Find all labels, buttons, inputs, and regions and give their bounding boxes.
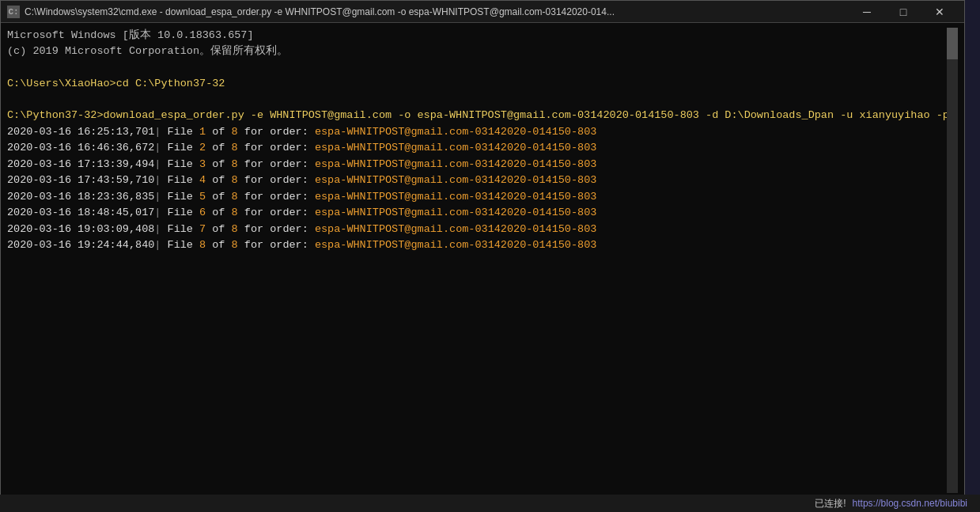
log-timestamp: 2020-03-16 16:25:13,701 [7, 124, 154, 141]
log-line: 2020-03-16 18:48:45,017| File 6 of 8 for… [7, 205, 947, 222]
log-line: 2020-03-16 18:23:36,835| File 5 of 8 for… [7, 189, 947, 206]
log-timestamp: 2020-03-16 17:43:59,710 [7, 173, 154, 189]
log-line: 2020-03-16 19:03:09,408| File 7 of 8 for… [7, 222, 947, 238]
log-timestamp: 2020-03-16 19:24:44,840 [7, 237, 154, 254]
log-message: File 3 of 8 for order: espa-WHNITPOST@gm… [168, 157, 597, 173]
terminal-content: Microsoft Windows [版本 10.0.18363.657](c)… [7, 28, 947, 493]
log-separator: | [154, 237, 167, 254]
cmd-window: C: C:\Windows\system32\cmd.exe - downloa… [0, 0, 965, 499]
log-timestamp: 2020-03-16 16:46:36,672 [7, 140, 154, 157]
log-message: File 8 of 8 for order: espa-WHNITPOST@gm… [168, 237, 597, 254]
log-line: 2020-03-16 17:43:59,710| File 4 of 8 for… [7, 173, 947, 189]
log-separator: | [154, 189, 167, 206]
log-line: 2020-03-16 17:13:39,494| File 3 of 8 for… [7, 157, 947, 173]
app-icon: C: [7, 6, 20, 18]
status-label: 已连接! [815, 497, 846, 510]
log-message: File 7 of 8 for order: espa-WHNITPOST@gm… [168, 222, 597, 238]
log-line: 2020-03-16 16:25:13,701| File 1 of 8 for… [7, 124, 947, 141]
log-separator: | [154, 222, 167, 238]
maximize-button[interactable]: □ [885, 1, 921, 23]
log-timestamp: 2020-03-16 18:23:36,835 [7, 189, 154, 206]
log-timestamp: 2020-03-16 18:48:45,017 [7, 205, 154, 222]
terminal-line: C:\Python37-32>download_espa_order.py -e… [7, 108, 947, 123]
window-controls: ─ □ ✕ [849, 1, 958, 23]
log-message: File 1 of 8 for order: espa-WHNITPOST@gm… [168, 124, 597, 141]
log-timestamp: 2020-03-16 19:03:09,408 [7, 222, 154, 238]
log-separator: | [154, 205, 167, 222]
log-line: 2020-03-16 16:46:36,672| File 2 of 8 for… [7, 140, 947, 157]
titlebar: C: C:\Windows\system32\cmd.exe - downloa… [1, 1, 964, 23]
status-link[interactable]: https://blog.csdn.net/biubibi [853, 498, 967, 509]
terminal-line: Microsoft Windows [版本 10.0.18363.657] [7, 28, 947, 44]
log-line: 2020-03-16 19:24:44,840| File 8 of 8 for… [7, 237, 947, 254]
log-separator: | [154, 157, 167, 173]
log-message: File 2 of 8 for order: espa-WHNITPOST@gm… [168, 140, 597, 157]
log-timestamp: 2020-03-16 17:13:39,494 [7, 157, 154, 173]
scrollbar[interactable] [947, 28, 958, 493]
log-separator: | [154, 140, 167, 157]
terminal-line: C:\Users\XiaoHao>cd C:\Python37-32 [7, 76, 947, 92]
status-bar: 已连接! https://blog.csdn.net/biubibi [0, 495, 980, 512]
close-button[interactable]: ✕ [921, 1, 958, 23]
log-message: File 6 of 8 for order: espa-WHNITPOST@gm… [168, 205, 597, 222]
window-title: C:\Windows\system32\cmd.exe - download_e… [25, 6, 849, 17]
log-message: File 4 of 8 for order: espa-WHNITPOST@gm… [168, 173, 597, 189]
scrollbar-thumb[interactable] [947, 28, 958, 59]
log-separator: | [154, 124, 167, 141]
terminal-line: (c) 2019 Microsoft Corporation。保留所有权利。 [7, 44, 947, 59]
terminal-body: Microsoft Windows [版本 10.0.18363.657](c)… [1, 23, 964, 498]
log-separator: | [154, 173, 167, 189]
log-message: File 5 of 8 for order: espa-WHNITPOST@gm… [168, 189, 597, 206]
minimize-button[interactable]: ─ [849, 1, 885, 23]
